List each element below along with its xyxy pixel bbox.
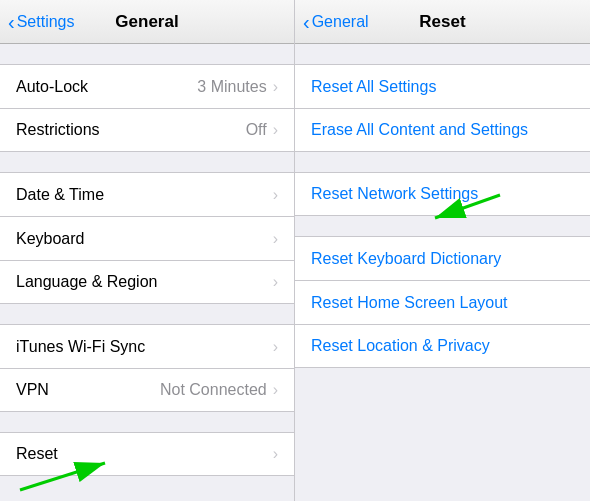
chevron-right-icon: › [273, 338, 278, 356]
row-label: Reset Home Screen Layout [311, 294, 508, 312]
row-value: 3 Minutes [197, 78, 266, 96]
reset-network-settings-row[interactable]: Reset Network Settings [295, 172, 590, 216]
right-panel: ‹ General Reset Reset All Settings Erase… [295, 0, 590, 501]
left-back-button[interactable]: ‹ Settings [8, 12, 74, 32]
chevron-right-icon: › [273, 273, 278, 291]
row-label: VPN [16, 381, 160, 399]
chevron-right-icon: › [273, 445, 278, 463]
row-label: Date & Time [16, 186, 273, 204]
left-section-2: Date & Time › Keyboard › Language & Regi… [0, 172, 294, 304]
row-label: Reset All Settings [311, 78, 436, 96]
row-label: iTunes Wi-Fi Sync [16, 338, 273, 356]
erase-all-content-row[interactable]: Erase All Content and Settings [295, 108, 590, 152]
table-row[interactable]: iTunes Wi-Fi Sync › [0, 324, 294, 368]
left-back-label: Settings [17, 13, 75, 31]
reset-location-privacy-row[interactable]: Reset Location & Privacy [295, 324, 590, 368]
left-gap-1 [0, 44, 294, 64]
table-row[interactable]: VPN Not Connected › [0, 368, 294, 412]
left-section-1: Auto-Lock 3 Minutes › Restrictions Off › [0, 64, 294, 152]
reset-row-item[interactable]: Reset › [0, 432, 294, 476]
left-gap-2 [0, 152, 294, 172]
right-back-chevron-icon: ‹ [303, 12, 310, 32]
right-nav-title: Reset [419, 12, 465, 32]
table-row[interactable]: Language & Region › [0, 260, 294, 304]
right-nav-bar: ‹ General Reset [295, 0, 590, 44]
row-value: Not Connected [160, 381, 267, 399]
left-panel: ‹ Settings General Auto-Lock 3 Minutes ›… [0, 0, 295, 501]
right-section-1: Reset All Settings Erase All Content and… [295, 64, 590, 152]
right-gap-2 [295, 152, 590, 172]
row-label: Reset [16, 445, 273, 463]
table-row[interactable]: Keyboard › [0, 216, 294, 260]
left-section-3: iTunes Wi-Fi Sync › VPN Not Connected › [0, 324, 294, 412]
table-row[interactable]: Auto-Lock 3 Minutes › [0, 64, 294, 108]
row-label: Reset Location & Privacy [311, 337, 490, 355]
chevron-right-icon: › [273, 186, 278, 204]
left-section-reset: Reset › [0, 432, 294, 476]
chevron-right-icon: › [273, 381, 278, 399]
chevron-right-icon: › [273, 78, 278, 96]
left-back-chevron-icon: ‹ [8, 12, 15, 32]
right-back-label: General [312, 13, 369, 31]
reset-home-screen-layout-row[interactable]: Reset Home Screen Layout [295, 280, 590, 324]
row-label: Keyboard [16, 230, 273, 248]
right-gap-1 [295, 44, 590, 64]
right-gap-3 [295, 216, 590, 236]
table-row[interactable]: Date & Time › [0, 172, 294, 216]
row-label: Auto-Lock [16, 78, 197, 96]
row-label: Language & Region [16, 273, 273, 291]
right-back-button[interactable]: ‹ General [303, 12, 369, 32]
left-gap-4 [0, 412, 294, 432]
left-gap-3 [0, 304, 294, 324]
row-value: Off [246, 121, 267, 139]
chevron-right-icon: › [273, 121, 278, 139]
right-section-3: Reset Keyboard Dictionary Reset Home Scr… [295, 236, 590, 368]
left-nav-bar: ‹ Settings General [0, 0, 294, 44]
left-nav-title: General [115, 12, 178, 32]
right-section-2: Reset Network Settings [295, 172, 590, 216]
reset-keyboard-dictionary-row[interactable]: Reset Keyboard Dictionary [295, 236, 590, 280]
row-label: Restrictions [16, 121, 246, 139]
chevron-right-icon: › [273, 230, 278, 248]
row-label: Reset Network Settings [311, 185, 478, 203]
row-label: Reset Keyboard Dictionary [311, 250, 501, 268]
row-label: Erase All Content and Settings [311, 121, 528, 139]
reset-all-settings-row[interactable]: Reset All Settings [295, 64, 590, 108]
table-row[interactable]: Restrictions Off › [0, 108, 294, 152]
